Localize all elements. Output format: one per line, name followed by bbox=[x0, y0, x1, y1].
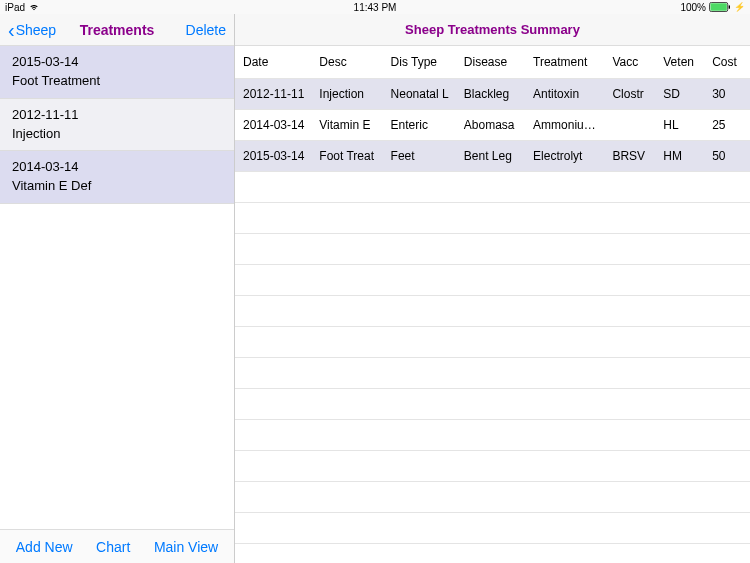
battery-icon bbox=[709, 2, 731, 12]
sidebar-item-1[interactable]: 2012-11-11 Injection bbox=[0, 99, 234, 152]
col-header-veten[interactable]: Veten bbox=[655, 46, 704, 78]
content-title: Sheep Treatments Summary bbox=[405, 22, 580, 37]
battery-percent: 100% bbox=[680, 2, 706, 13]
delete-button[interactable]: Delete bbox=[186, 22, 226, 38]
cell-disease: Blackleg bbox=[456, 78, 525, 109]
table-row[interactable]: 2012-11-11 Injection Neonatal L Blackleg… bbox=[235, 78, 750, 109]
add-new-button[interactable]: Add New bbox=[16, 539, 73, 555]
sidebar-item-desc: Foot Treatment bbox=[12, 72, 222, 91]
sidebar-item-date: 2015-03-14 bbox=[12, 53, 222, 72]
status-right: 100% ⚡ bbox=[680, 2, 745, 13]
cell-distype: Feet bbox=[383, 140, 456, 171]
cell-treatment: Ammoniu… bbox=[525, 109, 604, 140]
sidebar-item-0[interactable]: 2015-03-14 Foot Treatment bbox=[0, 46, 234, 99]
empty-row bbox=[235, 326, 750, 357]
sidebar-title: Treatments bbox=[80, 22, 155, 38]
empty-row bbox=[235, 450, 750, 481]
charging-icon: ⚡ bbox=[734, 2, 745, 12]
cell-disease: Bent Leg bbox=[456, 140, 525, 171]
empty-row bbox=[235, 202, 750, 233]
table-row[interactable]: 2014-03-14 Vitamin E Enteric Abomasa Amm… bbox=[235, 109, 750, 140]
empty-row bbox=[235, 419, 750, 450]
empty-row bbox=[235, 233, 750, 264]
sidebar-item-2[interactable]: 2014-03-14 Vitamin E Def bbox=[0, 151, 234, 204]
device-label: iPad bbox=[5, 2, 25, 13]
cell-cost: 50 bbox=[704, 140, 750, 171]
chevron-left-icon: ‹ bbox=[8, 20, 15, 40]
cell-distype: Enteric bbox=[383, 109, 456, 140]
status-bar: iPad 11:43 PM 100% ⚡ bbox=[0, 0, 750, 14]
cell-date: 2012-11-11 bbox=[235, 78, 311, 109]
cell-treatment: Electrolyt bbox=[525, 140, 604, 171]
cell-desc: Vitamin E bbox=[311, 109, 382, 140]
wifi-icon bbox=[29, 2, 39, 13]
sidebar-item-desc: Vitamin E Def bbox=[12, 177, 222, 196]
sidebar-item-date: 2012-11-11 bbox=[12, 106, 222, 125]
sidebar-item-desc: Injection bbox=[12, 125, 222, 144]
sidebar-list: 2015-03-14 Foot Treatment 2012-11-11 Inj… bbox=[0, 46, 234, 529]
cell-desc: Injection bbox=[311, 78, 382, 109]
empty-row bbox=[235, 388, 750, 419]
cell-vacc: Clostr bbox=[604, 78, 655, 109]
cell-disease: Abomasa bbox=[456, 109, 525, 140]
cell-desc: Foot Treat bbox=[311, 140, 382, 171]
empty-row bbox=[235, 543, 750, 563]
cell-veten: SD bbox=[655, 78, 704, 109]
cell-date: 2015-03-14 bbox=[235, 140, 311, 171]
empty-row bbox=[235, 357, 750, 388]
cell-distype: Neonatal L bbox=[383, 78, 456, 109]
empty-row bbox=[235, 264, 750, 295]
back-button[interactable]: ‹ Sheep bbox=[8, 20, 56, 40]
svg-rect-1 bbox=[710, 3, 726, 10]
col-header-desc[interactable]: Desc bbox=[311, 46, 382, 78]
col-header-date[interactable]: Date bbox=[235, 46, 311, 78]
sidebar-footer: Add New Chart Main View bbox=[0, 529, 234, 563]
sidebar-header: ‹ Sheep Treatments Delete bbox=[0, 14, 234, 46]
empty-row bbox=[235, 295, 750, 326]
table-header-row: Date Desc Dis Type Disease Treatment Vac… bbox=[235, 46, 750, 78]
empty-row bbox=[235, 512, 750, 543]
sidebar-item-date: 2014-03-14 bbox=[12, 158, 222, 177]
sidebar: ‹ Sheep Treatments Delete 2015-03-14 Foo… bbox=[0, 14, 235, 563]
col-header-vacc[interactable]: Vacc bbox=[604, 46, 655, 78]
cell-veten: HM bbox=[655, 140, 704, 171]
content-header: Sheep Treatments Summary bbox=[235, 14, 750, 46]
status-time: 11:43 PM bbox=[354, 2, 397, 13]
cell-cost: 30 bbox=[704, 78, 750, 109]
empty-row bbox=[235, 481, 750, 512]
back-label: Sheep bbox=[16, 22, 56, 38]
col-header-treatment[interactable]: Treatment bbox=[525, 46, 604, 78]
cell-cost: 25 bbox=[704, 109, 750, 140]
cell-vacc: BRSV bbox=[604, 140, 655, 171]
col-header-cost[interactable]: Cost bbox=[704, 46, 750, 78]
col-header-disease[interactable]: Disease bbox=[456, 46, 525, 78]
treatments-table: Date Desc Dis Type Disease Treatment Vac… bbox=[235, 46, 750, 563]
table-container: Date Desc Dis Type Disease Treatment Vac… bbox=[235, 46, 750, 563]
col-header-distype[interactable]: Dis Type bbox=[383, 46, 456, 78]
cell-date: 2014-03-14 bbox=[235, 109, 311, 140]
cell-vacc bbox=[604, 109, 655, 140]
cell-veten: HL bbox=[655, 109, 704, 140]
main-view-button[interactable]: Main View bbox=[154, 539, 218, 555]
svg-rect-2 bbox=[729, 5, 730, 9]
cell-treatment: Antitoxin bbox=[525, 78, 604, 109]
table-row[interactable]: 2015-03-14 Foot Treat Feet Bent Leg Elec… bbox=[235, 140, 750, 171]
status-left: iPad bbox=[5, 2, 39, 13]
content: Sheep Treatments Summary Date Desc Dis T… bbox=[235, 14, 750, 563]
chart-button[interactable]: Chart bbox=[96, 539, 130, 555]
empty-row bbox=[235, 171, 750, 202]
